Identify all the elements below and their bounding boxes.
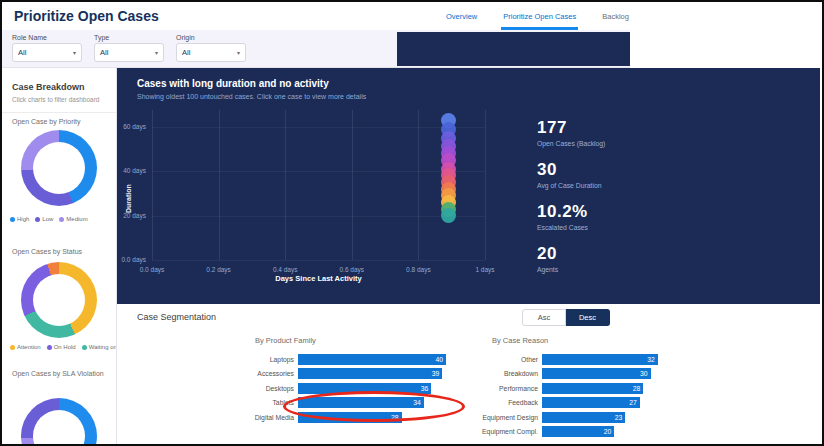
filter-select-role-name[interactable]: All▾ bbox=[12, 43, 82, 62]
tab-backlog[interactable]: Backlog bbox=[600, 2, 631, 30]
kpi-value: 10.2% bbox=[537, 202, 605, 222]
legend-label: Attention bbox=[17, 344, 41, 350]
y-tick-label: 0.0 days bbox=[121, 256, 146, 263]
bar-category-label: Equipment Compl. bbox=[450, 428, 542, 435]
sort-asc-button[interactable]: Asc bbox=[522, 309, 566, 326]
bar-row-tablets: Tablets34 bbox=[228, 397, 446, 408]
bar-value-label: 23 bbox=[615, 414, 626, 421]
bar-row-breakdown: Breakdown30 bbox=[450, 368, 658, 379]
bar-category-label: Feedback bbox=[450, 399, 542, 406]
kpi-panel: 177Open Cases (Backlog)30Avg of Case Dur… bbox=[537, 118, 605, 273]
bar[interactable]: 40 bbox=[298, 354, 446, 365]
gridline-vertical bbox=[219, 110, 220, 260]
segmentation-title: Case Segmentation bbox=[137, 312, 216, 322]
legend-item-medium[interactable]: Medium bbox=[59, 216, 87, 222]
scatter-plot: 0.0 days0.2 days0.4 days0.6 days0.8 days… bbox=[152, 110, 485, 260]
x-axis-label: Days Since Last Activity bbox=[152, 274, 485, 283]
bar[interactable]: 36 bbox=[298, 383, 431, 394]
x-tick-label: 0.2 days bbox=[194, 266, 244, 273]
bar-category-label: Laptops bbox=[228, 356, 298, 363]
chevron-down-icon: ▾ bbox=[237, 49, 240, 56]
bar-value-label: 40 bbox=[435, 356, 446, 363]
bar-value-label: 28 bbox=[391, 414, 402, 421]
legend-label: Medium bbox=[66, 216, 87, 222]
tab-prioritize-open-cases[interactable]: Prioritize Open Cases bbox=[501, 2, 578, 30]
legend-item-on-hold[interactable]: On Hold bbox=[47, 344, 76, 350]
donut-chart-sla[interactable] bbox=[21, 398, 97, 446]
donut-chart-priority[interactable] bbox=[21, 130, 97, 206]
legend-dot bbox=[10, 217, 15, 222]
bar-category-label: Equipment Design bbox=[450, 414, 542, 421]
filter-select-origin[interactable]: All▾ bbox=[176, 43, 246, 62]
legend-priority: HighLowMedium bbox=[10, 216, 88, 222]
kpi-escalated-cases: 10.2%Escalated Cases bbox=[537, 202, 605, 231]
tab-bar: OverviewPrioritize Open CasesBacklog bbox=[444, 2, 631, 30]
bar[interactable]: 32 bbox=[542, 354, 658, 365]
filter-origin: OriginAll▾ bbox=[176, 34, 246, 67]
filter-label: Role Name bbox=[12, 34, 82, 41]
scatter-title: Cases with long duration and no activity bbox=[137, 78, 329, 89]
gridline-horizontal bbox=[152, 260, 485, 261]
sort-desc-button[interactable]: Desc bbox=[566, 309, 610, 326]
scatter-section: Cases with long duration and no activity… bbox=[117, 68, 820, 304]
kpi-value: 20 bbox=[537, 244, 605, 264]
bar[interactable]: 39 bbox=[298, 368, 442, 379]
gridline-vertical bbox=[485, 110, 486, 260]
kpi-label: Avg of Case Duration bbox=[537, 182, 605, 189]
legend-item-waiting-on[interactable]: Waiting on... bbox=[82, 344, 117, 350]
bar-value-label: 32 bbox=[647, 356, 658, 363]
bar[interactable]: 28 bbox=[298, 412, 402, 423]
bar-row-feedback: Feedback27 bbox=[450, 397, 658, 408]
bar-category-label: Accessories bbox=[228, 370, 298, 377]
legend-label: Low bbox=[42, 216, 53, 222]
bar-value-label: 20 bbox=[604, 428, 615, 435]
chevron-down-icon: ▾ bbox=[155, 49, 158, 56]
bar-category-label: Tablets bbox=[228, 399, 298, 406]
bar-value-label: 28 bbox=[633, 385, 644, 392]
page-title: Prioritize Open Cases bbox=[14, 8, 159, 24]
sidebar-subtitle: Click charts to filter dashboard bbox=[12, 96, 110, 103]
legend-item-low[interactable]: Low bbox=[35, 216, 53, 222]
bar-chart-product-family: Laptops40Accessories39Desktops36Tablets3… bbox=[228, 354, 446, 426]
legend-item-attention[interactable]: Attention bbox=[10, 344, 41, 350]
kpi-label: Escalated Cases bbox=[537, 224, 605, 231]
donut-title-status: Open Cases by Status bbox=[12, 248, 82, 255]
filter-type: TypeAll▾ bbox=[94, 34, 164, 67]
bar[interactable]: 23 bbox=[542, 412, 625, 423]
filter-label: Type bbox=[94, 34, 164, 41]
bar-chart-title-product-family: By Product Family bbox=[255, 336, 316, 345]
bar[interactable]: 27 bbox=[542, 397, 640, 408]
legend-dot bbox=[82, 345, 87, 350]
gridline-horizontal bbox=[152, 171, 485, 172]
bar-category-label: Other bbox=[450, 356, 542, 363]
gridline-horizontal bbox=[152, 216, 485, 217]
bar[interactable]: 20 bbox=[542, 426, 614, 437]
header: Prioritize Open Cases OverviewPrioritize… bbox=[2, 2, 822, 30]
legend-dot bbox=[10, 345, 15, 350]
sidebar-title: Case Breakdown bbox=[12, 82, 85, 92]
donut-chart-status[interactable] bbox=[21, 262, 97, 338]
gridline-horizontal bbox=[152, 127, 485, 128]
legend-label: High bbox=[17, 216, 29, 222]
y-tick-label: 20 days bbox=[123, 212, 146, 219]
bar-row-other: Other32 bbox=[450, 354, 658, 365]
tab-overview[interactable]: Overview bbox=[444, 2, 479, 30]
gridline-vertical bbox=[152, 110, 153, 260]
filter-select-type[interactable]: All▾ bbox=[94, 43, 164, 62]
bar[interactable]: 30 bbox=[542, 368, 651, 379]
legend-dot bbox=[59, 217, 64, 222]
bar-value-label: 36 bbox=[421, 385, 432, 392]
sidebar: Case Breakdown Click charts to filter da… bbox=[2, 68, 117, 446]
legend-item-high[interactable]: High bbox=[10, 216, 29, 222]
bar-category-label: Digital Media bbox=[228, 414, 298, 421]
segmentation-section: Case Segmentation AscDesc By Product Fam… bbox=[117, 304, 820, 444]
x-tick-label: 0.0 days bbox=[127, 266, 177, 273]
donut-title-priority: Open Case by Priority bbox=[12, 118, 80, 125]
bar-row-digital-media: Digital Media28 bbox=[228, 412, 446, 423]
bar[interactable]: 34 bbox=[298, 397, 424, 408]
bar[interactable]: 28 bbox=[542, 383, 643, 394]
kpi-label: Open Cases (Backlog) bbox=[537, 140, 605, 147]
y-tick-label: 40 days bbox=[123, 167, 146, 174]
x-tick-label: 0.6 days bbox=[327, 266, 377, 273]
case-bubble[interactable] bbox=[441, 208, 456, 223]
